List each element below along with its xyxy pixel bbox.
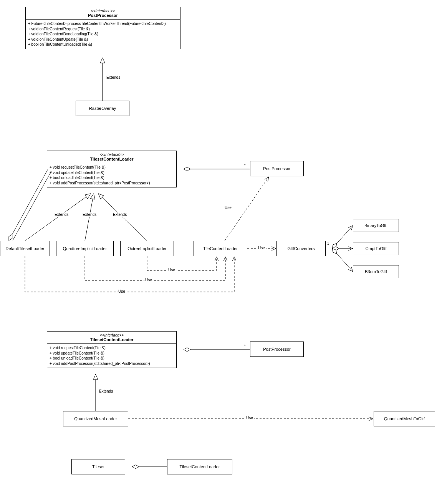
postprocessor-methods: + Future<TileContent> processTileContent… <box>26 20 180 49</box>
multiplicity-star: * <box>244 163 246 167</box>
method: + void addPostProcessor(std::shared_ptr<… <box>50 361 174 366</box>
extends-label: Extends <box>112 212 127 217</box>
class-name: TilesetContentLoader <box>180 464 220 469</box>
method: + void addPostProcessor(std::shared_ptr<… <box>50 181 174 186</box>
svg-line-2 <box>25 194 91 241</box>
tilesetcontentloader-ref: TilesetContentLoader <box>167 459 232 474</box>
method: + bool unloadTileContent(Tile &) <box>50 175 174 181</box>
use-label: Use <box>224 206 232 210</box>
extends-label: Extends <box>98 389 114 393</box>
extends-label: Extends <box>54 212 69 217</box>
class-name: RasterOverlay <box>89 106 116 111</box>
class-name: GltfConverters <box>288 246 315 251</box>
quadtreeimplicitloader-class: QuadtreeImplicitLoader <box>56 241 114 256</box>
use-label: Use <box>118 289 126 293</box>
stereotype-label: <<Interface>> <box>28 9 178 13</box>
method: + void requestTileContent(Tile &) <box>50 345 174 351</box>
title: <<Interface>> TilesetContentLoader <box>47 151 176 163</box>
method: + bool unloadTileContent(Tile &) <box>50 356 174 361</box>
class-name: PostProcessor <box>28 13 178 18</box>
b3dmtogltf-class: B3dmToGltf <box>353 265 399 278</box>
methods: + void requestTileContent(Tile &) + void… <box>47 163 176 187</box>
method: + void requestTileContent(Tile &) <box>50 165 174 170</box>
svg-line-6 <box>13 171 51 240</box>
binarytogltf-class: BinaryToGltf <box>353 219 399 232</box>
class-name: Tileset <box>92 464 104 469</box>
methods: + void requestTileContent(Tile &) + void… <box>47 344 176 368</box>
defaulttilesetloader-class: DefaultTilesetLoader <box>0 241 50 256</box>
class-name: CmptToGltf <box>365 246 386 251</box>
class-name: B3dmToGltf <box>365 269 387 274</box>
postprocessor-ref-2: PostProcessor <box>250 342 304 357</box>
tilesetcontentloader-interface-1: <<Interface>> TilesetContentLoader + voi… <box>47 151 177 187</box>
rasteroverlay-class: RasterOverlay <box>76 101 129 116</box>
use-label: Use <box>245 416 254 420</box>
cmpttogltf-class: CmptToGltf <box>353 242 399 255</box>
svg-line-11 <box>332 249 353 272</box>
svg-line-9 <box>332 225 353 249</box>
stereotype-label: <<Interface>> <box>50 333 174 337</box>
method: + void onTileContentRequest(Tile &) <box>28 27 178 32</box>
class-name: PostProcessor <box>263 166 291 171</box>
method: + void updateTileContent(Tile &) <box>50 351 174 356</box>
method: + Future<TileContent> processTileContent… <box>28 21 178 27</box>
method: + bool onTileContentUnloaded(Tile &) <box>28 42 178 47</box>
class-name: DefaultTilesetLoader <box>5 246 44 251</box>
class-name: TilesetContentLoader <box>50 157 174 161</box>
class-name: QuantizedMeshLoader <box>74 416 117 421</box>
svg-line-4 <box>98 194 147 241</box>
multiplicity-star: * <box>244 344 246 348</box>
title: <<Interface>> TilesetContentLoader <box>47 332 176 344</box>
postprocessor-interface: <<Interface>> PostProcessor + Future<Til… <box>25 7 180 49</box>
extends-label: Extends <box>106 75 121 80</box>
class-name: BinaryToGltf <box>364 223 387 228</box>
extends-label: Extends <box>82 212 97 217</box>
svg-line-3 <box>85 194 94 241</box>
class-name: PostProcessor <box>263 347 291 351</box>
octreeimplicitloader-class: OctreeImplicitLoader <box>120 241 174 256</box>
class-name: QuadtreeImplicitLoader <box>63 246 107 251</box>
postprocessor-ref-1: PostProcessor <box>250 161 304 176</box>
method: + void onTileContentUpdate(Tile &) <box>28 37 178 42</box>
postprocessor-title: <<Interface>> PostProcessor <box>26 7 180 20</box>
class-name: TileContentLoader <box>203 246 238 251</box>
use-label: Use <box>144 278 153 282</box>
class-name: OctreeImplicitLoader <box>127 246 167 251</box>
use-label: Use <box>167 268 176 272</box>
quantizedmeshtogltf-class: QuantizedMeshToGltf <box>374 411 435 426</box>
tilecontentloader-class: TileContentLoader <box>194 241 247 256</box>
svg-line-5 <box>9 169 48 240</box>
use-label: Use <box>257 246 266 250</box>
quantizedmeshloader-class: QuantizedMeshLoader <box>63 411 128 426</box>
tilesetcontentloader-interface-2: <<Interface>> TilesetContentLoader + voi… <box>47 331 177 368</box>
tileset-class: Tileset <box>71 459 125 474</box>
method: + void updateTileContent(Tile &) <box>50 170 174 176</box>
stereotype-label: <<Interface>> <box>50 153 174 157</box>
class-name: QuantizedMeshToGltf <box>384 416 425 421</box>
multiplicity-one: 1 <box>327 242 329 245</box>
gltfconverters-class: GltfConverters <box>276 241 326 256</box>
method: + void onTileContentDoneLoading(Tile &) <box>28 32 178 37</box>
class-name: TilesetContentLoader <box>50 337 174 342</box>
